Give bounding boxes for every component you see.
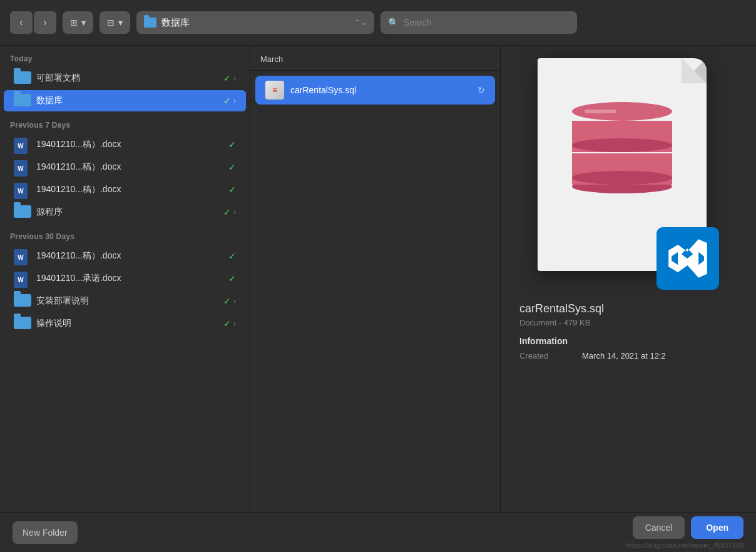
word-doc-icon: W <box>14 138 31 151</box>
view-grid-icon: ⊞ <box>70 18 78 28</box>
check-icon: ✓ <box>228 185 236 195</box>
main-content: Today 可部署文档 ✓ › 数据库 ✓ › Previous 7 Days … <box>0 46 756 512</box>
right-panel: carRentalSys.sql Document - 479 KB Infor… <box>501 46 756 512</box>
file-preview: carRentalSys.sql Document - 479 KB Infor… <box>513 58 743 363</box>
check-icon: ✓ <box>223 319 231 329</box>
word-doc-icon: W <box>14 249 31 263</box>
left-panel: Today 可部署文档 ✓ › 数据库 ✓ › Previous 7 Days … <box>0 46 250 512</box>
list-item[interactable]: 数据库 ✓ › <box>4 90 246 111</box>
list-item[interactable]: W 19401210...稿）.docx ✓ <box>4 134 246 155</box>
created-value: March 14, 2021 at 12:2 <box>582 351 666 360</box>
toolbar: ‹ › ⊞ ▾ ⊟ ▾ 数据库 ⌃⌄ 🔍 <box>0 0 756 46</box>
grid-icon: ⊟ <box>107 18 115 28</box>
file-info-meta: Document - 479 KB <box>519 318 737 327</box>
middle-panel-header: March <box>250 46 500 71</box>
check-icon: ✓ <box>228 162 236 172</box>
list-item[interactable]: 可部署文档 ✓ › <box>4 68 246 89</box>
check-icon: ✓ <box>228 140 236 150</box>
file-info-name: carRentalSys.sql <box>519 302 737 315</box>
open-button[interactable]: Open <box>691 516 743 539</box>
preview-icon <box>538 58 719 290</box>
item-name: 19401210...稿）.docx <box>36 161 225 173</box>
check-icon: ✓ <box>228 251 236 261</box>
item-name: 19401210...稿）.docx <box>36 250 225 262</box>
folder-icon <box>14 71 31 85</box>
chevron-right-icon: › <box>233 74 236 83</box>
location-folder-icon <box>144 18 156 28</box>
chevron-right-icon: › <box>233 297 236 305</box>
search-box: 🔍 <box>381 11 577 34</box>
item-name: 可部署文档 <box>36 73 220 84</box>
word-doc-icon: W <box>14 183 31 197</box>
new-folder-button[interactable]: New Folder <box>13 521 78 544</box>
word-doc-icon: W <box>14 160 31 174</box>
item-name: 19401210...稿）.docx <box>36 139 225 150</box>
db-top <box>572 102 672 121</box>
folder-icon <box>14 94 31 108</box>
chevron-right-icon: › <box>233 319 236 328</box>
list-item[interactable]: W 19401210...稿）.docx ✓ <box>4 245 246 267</box>
middle-panel: March carRentalSys.sql ↻ <box>250 46 501 512</box>
grid-dropdown-icon: ▾ <box>118 18 123 28</box>
folder-icon <box>14 205 31 219</box>
file-info-section: Information <box>519 336 737 346</box>
chevron-right-icon: › <box>233 96 236 105</box>
location-name: 数据库 <box>161 17 190 29</box>
watermark: https://blog.csdn.net/weixin_45827203 <box>626 541 743 549</box>
db-cylinder <box>572 102 672 215</box>
section-prev7-header: Previous 7 Days <box>0 112 250 133</box>
grid-view-button[interactable]: ⊟ ▾ <box>100 11 130 34</box>
bottom-left: New Folder <box>13 521 78 544</box>
location-bar[interactable]: 数据库 ⌃⌄ <box>136 11 374 34</box>
sql-file-name: carRentalSys.sql <box>290 85 471 95</box>
cancel-button[interactable]: Cancel <box>633 516 685 539</box>
view-toggle-button[interactable]: ⊞ ▾ <box>63 11 93 34</box>
db-highlight <box>585 110 616 113</box>
item-name: 安装部署说明 <box>36 295 220 307</box>
back-icon: ‹ <box>19 17 23 28</box>
vscode-logo-svg <box>666 237 710 280</box>
file-info: carRentalSys.sql Document - 479 KB Infor… <box>513 302 743 363</box>
list-item[interactable]: 源程序 ✓ › <box>4 202 246 223</box>
back-button[interactable]: ‹ <box>10 11 33 34</box>
list-item[interactable]: W 19401210...承诺.docx ✓ <box>4 268 246 289</box>
list-item[interactable]: 操作说明 ✓ › <box>4 313 246 334</box>
created-label: Created <box>519 351 570 360</box>
section-today-header: Today <box>0 46 250 67</box>
view-dropdown-icon: ▾ <box>81 18 86 28</box>
check-icon: ✓ <box>223 73 231 83</box>
forward-button[interactable]: › <box>34 11 56 34</box>
item-name: 19401210...承诺.docx <box>36 273 225 284</box>
folder-icon <box>14 294 31 308</box>
check-icon: ✓ <box>223 207 231 217</box>
sql-file-item[interactable]: carRentalSys.sql ↻ <box>255 76 495 105</box>
check-icon: ✓ <box>228 273 236 284</box>
file-info-created-row: Created March 14, 2021 at 12:2 <box>519 351 737 360</box>
search-input[interactable] <box>404 18 570 28</box>
db-cylinder-container <box>563 89 682 227</box>
list-item[interactable]: 安装部署说明 ✓ › <box>4 290 246 312</box>
vscode-badge <box>656 227 719 290</box>
sql-file-icon <box>265 81 284 100</box>
item-name: 数据库 <box>36 95 220 106</box>
section-prev30-header: Previous 30 Days <box>0 223 250 245</box>
folder-icon <box>14 317 31 330</box>
nav-buttons: ‹ › <box>10 11 56 34</box>
action-buttons: Cancel Open <box>633 516 743 539</box>
location-chevrons-icon: ⌃⌄ <box>354 18 367 27</box>
check-icon: ✓ <box>223 296 231 306</box>
check-icon: ✓ <box>223 96 231 106</box>
item-name: 操作说明 <box>36 318 220 329</box>
list-item[interactable]: W 19401210...稿）.docx ✓ <box>4 156 246 178</box>
refresh-icon: ↻ <box>478 85 485 95</box>
list-item[interactable]: W 19401210...稿）.docx ✓ <box>4 179 246 200</box>
item-name: 19401210...稿）.docx <box>36 184 225 195</box>
chevron-right-icon: › <box>233 208 236 217</box>
item-name: 源程序 <box>36 207 220 218</box>
forward-icon: › <box>43 17 46 28</box>
search-icon: 🔍 <box>388 18 399 28</box>
word-doc-icon: W <box>14 272 31 285</box>
vscode-icon <box>656 227 719 290</box>
bottom-bar: New Folder Cancel Open https://blog.csdn… <box>0 512 756 552</box>
